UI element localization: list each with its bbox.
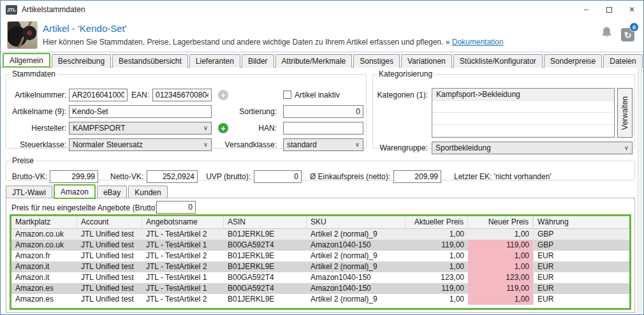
ean-input[interactable] xyxy=(152,89,212,101)
neupreis-input[interactable] xyxy=(156,201,196,214)
column-header-account[interactable]: Account xyxy=(77,216,142,228)
cell-aktueller-preis: 119,00 xyxy=(406,240,468,251)
table-row[interactable]: Amazon.itJTL Unified testJTL - TestArtik… xyxy=(11,272,629,283)
verwalten-button[interactable]: Verwalten xyxy=(617,88,633,138)
main-tab-strip: AllgemeinBeschreibungBestandsübersichtLi… xyxy=(1,53,643,68)
tab-allgemein[interactable]: Allgemein xyxy=(3,53,50,68)
table-row[interactable]: Amazon.itJTL Unified testJTL - TestArtik… xyxy=(11,261,629,272)
tab-bestandsübersicht[interactable]: Bestandsübersicht xyxy=(112,54,188,68)
amazon-price-table-body: Amazon.co.ukJTL Unified testJTL - TestAr… xyxy=(11,229,629,305)
cell-account: JTL Unified test xyxy=(77,294,142,305)
brutto-vk-input[interactable] xyxy=(50,170,98,183)
tab-sonstiges[interactable]: Sonstiges xyxy=(353,54,400,68)
sortierung-label: Sortierung: xyxy=(198,105,277,118)
cell-angebotsname: JTL - TestArtikel 2 xyxy=(142,261,224,272)
cell-marktplatz: Amazon.it xyxy=(11,272,77,283)
cell-waehrung: EUR xyxy=(533,283,629,294)
window-title: Artikelstammdaten xyxy=(22,5,85,14)
sortierung-input[interactable] xyxy=(283,105,363,118)
cell-sku: Artikel 2 (normal)_9 xyxy=(307,261,406,272)
cell-sku: Artikel 2 (normal)_9 xyxy=(307,251,406,261)
kategorisierung-legend: Kategorisierung xyxy=(377,70,434,78)
kategorie-list-item[interactable]: Kampfsport->Bekleidung xyxy=(432,89,614,101)
chevron-down-icon: ∨ xyxy=(355,141,360,148)
cell-asin: B01JERKL9E xyxy=(224,261,307,272)
cell-marktplatz: Amazon.es xyxy=(11,294,77,305)
versandklasse-select[interactable]: standard ∨ xyxy=(283,138,363,151)
price-tab-kunden[interactable]: Kunden xyxy=(128,186,167,199)
tab-dateien[interactable]: Dateien xyxy=(603,54,642,68)
column-header-martkplatz[interactable]: Martkplatz xyxy=(11,216,77,228)
artikel-inaktiv-checkbox[interactable] xyxy=(283,91,291,99)
column-header-angebotsname[interactable]: Angebotsname xyxy=(142,216,224,228)
tab-stückliste-konfigurator[interactable]: Stückliste/Konfigurator xyxy=(453,54,543,68)
kategorie-list-empty-row xyxy=(432,125,614,137)
han-input[interactable] xyxy=(283,122,363,135)
price-tab-strip: JTL-WawiAmazoneBayKunden xyxy=(6,184,169,198)
cell-marktplatz: Amazon.fr xyxy=(11,251,77,261)
hersteller-select[interactable]: KAMPFSPORT ∨ xyxy=(69,122,212,135)
cell-account: JTL Unified test xyxy=(77,272,142,283)
verwalten-label: Verwalten xyxy=(620,96,629,130)
hersteller-label: Hersteller: xyxy=(6,122,66,135)
cell-account: JTL Unified test xyxy=(77,229,142,240)
article-image-thumbnail[interactable] xyxy=(7,21,38,49)
tab-variationen[interactable]: Variationen xyxy=(401,54,452,68)
jtl-logo-icon: JTL xyxy=(6,5,17,15)
dokumentation-link[interactable]: Dokumentation xyxy=(452,38,504,47)
steuerklasse-select[interactable]: Normaler Steuersatz ∨ xyxy=(69,138,212,151)
versandklasse-label: Versandklasse: xyxy=(198,138,277,151)
netto-vk-input[interactable] xyxy=(147,170,198,183)
table-row[interactable]: Amazon.frJTL Unified testJTL - TestArtik… xyxy=(11,251,629,261)
warengruppe-select[interactable]: Sportbekleidung ∨ xyxy=(432,142,633,154)
column-header-sku[interactable]: SKU xyxy=(307,216,406,228)
tab-beschreibung[interactable]: Beschreibung xyxy=(52,54,111,68)
kategorie-list-empty-row xyxy=(432,113,614,125)
tab-lieferanten[interactable]: Lieferanten xyxy=(189,54,240,68)
steuerklasse-value: Normaler Steuersatz xyxy=(73,140,143,149)
page-header: Artikel - 'Kendo-Set' Hier können Sie St… xyxy=(1,18,643,52)
cell-neuer-preis: 123,00 xyxy=(468,272,533,283)
sync-button[interactable]: ↻ 0 xyxy=(621,26,634,41)
vertical-scrollbar[interactable] xyxy=(638,68,642,312)
add-ean-icon[interactable]: + xyxy=(218,90,228,100)
price-tab-ebay[interactable]: eBay xyxy=(97,186,127,199)
kategorie-list-empty-row xyxy=(432,101,614,113)
cell-waehrung: EUR xyxy=(533,261,629,272)
table-row[interactable]: Amazon.co.ukJTL Unified testJTL - TestAr… xyxy=(11,240,629,251)
column-header-währung[interactable]: Währung xyxy=(533,216,629,228)
bell-icon[interactable] xyxy=(601,26,612,40)
steuerklasse-label: Steuerklasse: xyxy=(6,138,66,151)
einkaufspreis-input[interactable] xyxy=(393,170,441,183)
brutto-vk-label: Brutto-VK: xyxy=(9,170,47,183)
close-button[interactable]: ✕ xyxy=(620,1,643,18)
column-header-neuer-preis[interactable]: Neuer Preis xyxy=(468,216,533,228)
table-row[interactable]: Amazon.esJTL Unified testJTL - TestArtik… xyxy=(11,294,629,305)
preise-groupbox: Preise Brutto-VK: Netto-VK: UVP (brutto)… xyxy=(6,156,635,180)
cell-aktueller-preis: 119,00 xyxy=(406,283,468,294)
tab-attribute-merkmale[interactable]: Attribute/Merkmale xyxy=(275,54,353,68)
price-tab-jtl-wawi[interactable]: JTL-Wawi xyxy=(6,186,52,199)
column-header-asin[interactable]: ASIN xyxy=(224,216,307,228)
cell-neuer-preis: 119,00 xyxy=(468,283,533,294)
tab-bilder[interactable]: Bilder xyxy=(242,54,274,68)
price-tab-amazon[interactable]: Amazon xyxy=(54,184,96,199)
cell-neuer-preis: 1,00 xyxy=(468,251,533,261)
minimize-button[interactable]: – xyxy=(574,1,597,18)
chevron-down-icon: ∨ xyxy=(624,144,629,151)
tab-sonderpreise[interactable]: Sonderpreise xyxy=(544,54,602,68)
table-row[interactable]: Amazon.co.ukJTL Unified testJTL - TestAr… xyxy=(11,229,629,240)
cell-asin: B01JERKL9E xyxy=(224,294,307,305)
cell-marktplatz: Amazon.es xyxy=(11,283,77,294)
table-header-row: MartkplatzAccountAngebotsnameASINSKUAktu… xyxy=(11,216,629,229)
column-header-aktueller-preis[interactable]: Aktueller Preis xyxy=(406,216,468,228)
artikelname-input[interactable] xyxy=(69,105,212,118)
sync-badge: 0 xyxy=(629,22,639,32)
versandklasse-value: standard xyxy=(287,140,317,149)
uvp-input[interactable] xyxy=(254,170,302,183)
cell-account: JTL Unified test xyxy=(77,251,142,261)
maximize-button[interactable] xyxy=(597,1,620,18)
table-row[interactable]: Amazon.esJTL Unified testJTL - TestArtik… xyxy=(11,283,629,294)
cell-sku: Artikel 2 (normal)_9 xyxy=(307,229,406,240)
cell-sku: Amazon1040-150 xyxy=(307,272,406,283)
